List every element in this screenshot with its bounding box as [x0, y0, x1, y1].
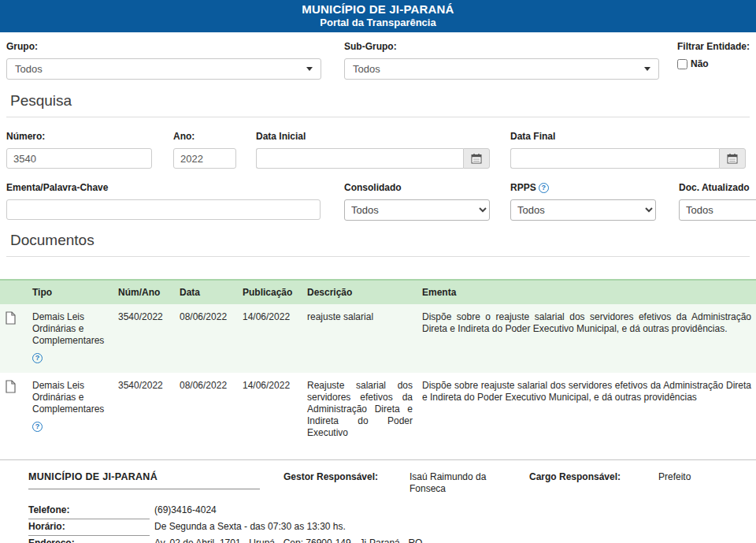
- documentos-heading: Documentos: [6, 232, 750, 249]
- endereco-row: Endereço: Av. 02 de Abril, 1701 - Urupá …: [28, 536, 756, 543]
- cell-num-ano: 3540/2022: [113, 373, 175, 448]
- rpps-select[interactable]: Todos: [510, 199, 656, 221]
- grupo-label: Grupo:: [6, 41, 321, 52]
- documents-table: Tipo Núm/Ano Data Publicação Descrição E…: [0, 279, 756, 448]
- cell-tipo: Demais Leis Ordinárias e Complementares …: [28, 304, 113, 373]
- numero-label: Número:: [6, 131, 152, 142]
- telefone-value: (69)3416-4024: [154, 503, 217, 519]
- entity-filter-bar: Grupo: Todos Sub-Grupo: Todos Filtrar En…: [0, 32, 756, 81]
- numero-field: Número:: [6, 131, 152, 169]
- ementa-input[interactable]: [6, 199, 321, 220]
- filtrar-entidade-label: Filtrar Entidade:: [677, 41, 750, 52]
- data-inicial-input[interactable]: [256, 148, 463, 169]
- column-tipo: Tipo: [28, 280, 113, 304]
- subgrupo-select-value: Todos: [353, 63, 380, 75]
- document-icon[interactable]: [5, 316, 17, 327]
- grupo-select[interactable]: Todos: [6, 58, 321, 80]
- cell-publicacao: 14/06/2022: [238, 373, 302, 448]
- subgrupo-select[interactable]: Todos: [344, 58, 659, 80]
- consolidado-select[interactable]: Todos: [344, 199, 490, 221]
- cell-descricao: reajuste salarial: [302, 304, 417, 373]
- data-final-field: Data Final: [510, 131, 746, 169]
- cell-ementa: Dispõe sobre o reajuste salarial dos ser…: [417, 304, 756, 373]
- tipo-text: Demais Leis Ordinárias e Complementares: [32, 311, 109, 347]
- subgrupo-field: Sub-Grupo: Todos: [344, 41, 659, 80]
- documents-table-header: Tipo Núm/Ano Data Publicação Descrição E…: [0, 280, 756, 304]
- documentos-divider: [6, 256, 750, 257]
- chevron-down-icon: [644, 67, 650, 71]
- cell-publicacao: 14/06/2022: [238, 304, 302, 373]
- cell-num-ano: 3540/2022: [113, 304, 175, 373]
- filtrar-entidade-field: Filtrar Entidade: Não: [677, 41, 750, 69]
- icon-column-header: [0, 280, 28, 304]
- consolidado-field: Consolidado Todos: [344, 182, 490, 221]
- cell-data: 08/06/2022: [175, 373, 238, 448]
- data-inicial-label: Data Inicial: [256, 131, 490, 142]
- data-inicial-field: Data Inicial: [256, 131, 490, 169]
- ementa-label: Ementa/Palavra-Chave: [6, 182, 321, 193]
- calendar-icon[interactable]: [463, 148, 490, 169]
- calendar-icon[interactable]: [719, 148, 746, 169]
- grupo-field: Grupo: Todos: [6, 41, 321, 80]
- telefone-label: Telefone:: [28, 503, 150, 519]
- telefone-row: Telefone: (69)3416-4024: [28, 503, 756, 519]
- ementa-field: Ementa/Palavra-Chave: [6, 182, 321, 220]
- ano-label: Ano:: [173, 131, 236, 142]
- tipo-text: Demais Leis Ordinárias e Complementares: [32, 380, 109, 415]
- doc-atualizado-label: Doc. Atualizado: [679, 182, 756, 193]
- pesquisa-divider: [6, 117, 750, 117]
- cargo-value: Prefeito: [658, 471, 691, 482]
- numero-input[interactable]: [6, 148, 152, 169]
- column-ementa: Ementa: [417, 280, 756, 304]
- cargo-label: Cargo Responsável:: [529, 471, 628, 482]
- ano-input[interactable]: [173, 148, 236, 169]
- gestor-label: Gestor Responsável:: [284, 471, 410, 482]
- consolidado-label: Consolidado: [344, 182, 490, 193]
- tipo-help-icon[interactable]: ?: [32, 422, 43, 432]
- document-icon-cell: [0, 304, 28, 373]
- doc-atualizado-field: Doc. Atualizado Todos: [679, 182, 756, 221]
- footer: MUNICÍPIO DE JI-PARANÁ Gestor Responsáve…: [0, 460, 756, 543]
- ano-field: Ano:: [173, 131, 236, 169]
- portal-page: MUNICÍPIO DE JI-PARANÁ Portal da Transpa…: [0, 0, 756, 543]
- page-subtitle: Portal da Transparência: [0, 17, 756, 28]
- search-row-2: Ementa/Palavra-Chave Consolidado Todos R…: [0, 182, 756, 221]
- endereco-value: Av. 02 de Abril, 1701 - Urupá - Cep: 769…: [154, 536, 422, 543]
- column-data: Data: [175, 280, 238, 304]
- horario-value: De Segunda a Sexta - das 07:30 as 13:30 …: [154, 519, 346, 536]
- horario-row: Horário: De Segunda a Sexta - das 07:30 …: [28, 519, 756, 536]
- search-row-1: Número: Ano: Data Inicial: [0, 131, 756, 169]
- doc-atualizado-select[interactable]: Todos: [679, 199, 756, 221]
- cell-tipo: Demais Leis Ordinárias e Complementares …: [28, 373, 113, 448]
- rpps-field: RPPS ? Todos: [510, 182, 656, 221]
- chevron-down-icon: [306, 67, 313, 71]
- pesquisa-heading: Pesquisa: [6, 92, 750, 110]
- rpps-help-icon[interactable]: ?: [539, 183, 549, 193]
- data-final-label: Data Final: [510, 131, 746, 142]
- tipo-help-icon[interactable]: ?: [32, 353, 43, 363]
- document-icon[interactable]: [5, 385, 17, 396]
- endereco-label: Endereço:: [28, 536, 150, 543]
- rpps-label: RPPS: [510, 182, 536, 193]
- grupo-select-value: Todos: [15, 63, 43, 75]
- table-row: Demais Leis Ordinárias e Complementares …: [0, 304, 756, 373]
- subgrupo-label: Sub-Grupo:: [344, 41, 659, 52]
- gestor-value: Isaú Raimundo da Fonseca: [410, 471, 520, 495]
- app-header: MUNICÍPIO DE JI-PARANÁ Portal da Transpa…: [0, 0, 756, 32]
- page-title: MUNICÍPIO DE JI-PARANÁ: [0, 2, 756, 16]
- data-final-input[interactable]: [510, 148, 719, 169]
- nao-checkbox[interactable]: [677, 59, 687, 69]
- nao-checkbox-row: Não: [677, 58, 750, 69]
- horario-label: Horário:: [28, 519, 150, 536]
- column-publicacao: Publicação: [238, 280, 302, 304]
- nao-checkbox-label: Não: [691, 58, 709, 69]
- cell-ementa: Dispõe sobre reajuste salarial dos servi…: [417, 373, 756, 448]
- document-icon-cell: [0, 373, 28, 448]
- cell-descricao: Reajuste salarial dos servidores efetivo…: [302, 373, 417, 448]
- table-row: Demais Leis Ordinárias e Complementares …: [0, 373, 756, 448]
- footer-municipio: MUNICÍPIO DE JI-PARANÁ: [28, 471, 260, 489]
- cell-data: 08/06/2022: [175, 304, 238, 373]
- column-num-ano: Núm/Ano: [113, 280, 175, 304]
- column-descricao: Descrição: [302, 280, 417, 304]
